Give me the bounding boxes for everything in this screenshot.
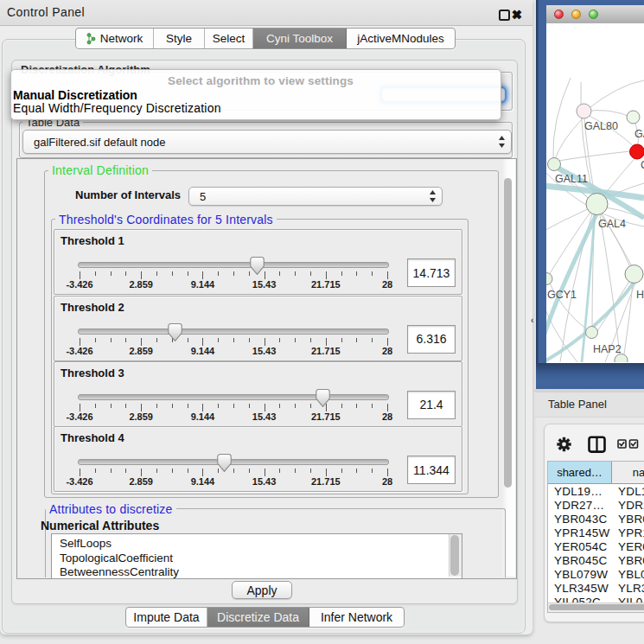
svg-text:GA: GA xyxy=(634,128,644,140)
svg-text:GAL4: GAL4 xyxy=(598,218,626,230)
svg-text:HAP2: HAP2 xyxy=(593,343,622,355)
svg-text:GAL11: GAL11 xyxy=(555,173,588,185)
svg-text:H: H xyxy=(636,289,644,301)
svg-text:GAL80: GAL80 xyxy=(584,120,618,132)
svg-text:C: C xyxy=(641,159,644,171)
svg-text:GCY1: GCY1 xyxy=(547,289,577,301)
